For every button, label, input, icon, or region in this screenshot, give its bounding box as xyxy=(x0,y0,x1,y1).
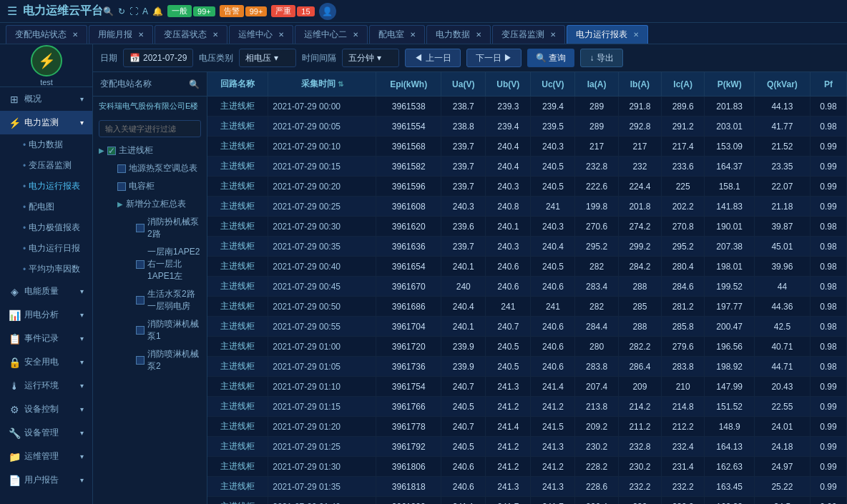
tree-checkbox[interactable] xyxy=(136,296,145,305)
cell-13-5: 240.6 xyxy=(531,357,575,377)
interval-select[interactable]: 五分钟 ▾ xyxy=(342,49,399,67)
voltage-select[interactable]: 相电压 ▾ xyxy=(239,49,296,67)
tab-电力运行报表[interactable]: 电力运行报表✕ xyxy=(567,25,648,44)
cell-11-10: 42.5 xyxy=(754,317,810,337)
col-header-Q(kVar): Q(kVar) xyxy=(754,72,810,97)
sort-icon: ⇅ xyxy=(338,80,343,88)
tab-配电室[interactable]: 配电室✕ xyxy=(369,25,425,44)
tab-close[interactable]: ✕ xyxy=(138,31,144,39)
tree-item-一层南1APE2右一层北1APE1左[interactable]: 一层南1APE2右一层北1APE1左 xyxy=(113,243,207,285)
prev-day-button[interactable]: ◀ 上一日 xyxy=(405,49,460,67)
sidebar-item-电力监测[interactable]: ⚡电力监测▾ xyxy=(0,111,92,134)
settings-icon[interactable]: 🔔 xyxy=(152,6,163,16)
cell-0-5: 239.4 xyxy=(531,97,575,117)
sidebar-item-运行环境[interactable]: 🌡运行环境▾ xyxy=(0,374,92,397)
sidebar-sub-item-配电图[interactable]: •配电图 xyxy=(14,197,92,217)
search-icon[interactable]: 🔍 xyxy=(103,6,114,16)
tree-checkbox[interactable] xyxy=(136,260,145,269)
tree-checkbox[interactable] xyxy=(117,164,126,173)
sidebar-item-设备控制[interactable]: ⚙设备控制▾ xyxy=(0,397,92,421)
sidebar-sub-item-变压器监测[interactable]: •变压器监测 xyxy=(14,155,92,176)
tree-item-电容柜[interactable]: 电容柜 xyxy=(103,177,207,195)
menu-icon[interactable]: ☰ xyxy=(7,4,17,18)
table-scroll[interactable]: 回路名称采集时间 ⇅Epi(kWh)Ua(V)Ub(V)Uc(V)Ia(A)Ib… xyxy=(207,72,847,504)
tree-item-消防喷淋机械泵1[interactable]: 消防喷淋机械泵1 xyxy=(113,315,207,345)
tab-close[interactable]: ✕ xyxy=(72,31,78,39)
tab-close[interactable]: ✕ xyxy=(353,31,358,39)
cell-20-4: 241.7 xyxy=(486,497,531,505)
tree-item-生活水泵2路一层弱电房[interactable]: 生活水泵2路一层弱电房 xyxy=(113,285,207,315)
cell-18-9: 162.63 xyxy=(705,457,755,477)
tab-用能月报[interactable]: 用能月报✕ xyxy=(89,25,153,44)
cell-6-2: 3961620 xyxy=(376,217,441,237)
fullscreen-icon[interactable]: ⛶ xyxy=(129,6,138,16)
tree-checkbox[interactable] xyxy=(136,326,145,335)
cell-15-11: 0.99 xyxy=(810,397,846,417)
tab-close[interactable]: ✕ xyxy=(410,31,416,39)
sidebar-item-运维管理[interactable]: 📁运维管理▾ xyxy=(0,445,92,468)
cell-17-6: 230.2 xyxy=(575,437,618,457)
tree-item-消防扮机械泵2路[interactable]: 消防扮机械泵2路 xyxy=(113,213,207,243)
tab-close[interactable]: ✕ xyxy=(212,31,218,39)
cell-7-11: 0.98 xyxy=(810,237,846,257)
cell-11-6: 284.4 xyxy=(575,317,618,337)
export-button[interactable]: ↓ 导出 xyxy=(580,49,622,67)
cell-7-2: 3961636 xyxy=(376,237,441,257)
sidebar-sub-item-平均功率因数[interactable]: •平均功率因数 xyxy=(14,259,92,280)
sidebar-item-事件记录[interactable]: 📋事件记录▾ xyxy=(0,327,92,350)
cell-0-8: 289.6 xyxy=(662,97,705,117)
tab-变压器监测[interactable]: 变压器监测✕ xyxy=(492,25,565,44)
tab-close[interactable]: ✕ xyxy=(476,31,481,39)
sidebar-sub-item-电力数据[interactable]: •电力数据 xyxy=(14,134,92,155)
cell-13-4: 240.5 xyxy=(486,357,531,377)
tab-运维中心二[interactable]: 运维中心二✕ xyxy=(295,25,368,44)
cell-15-10: 22.55 xyxy=(754,397,810,417)
col-header-回路名称: 回路名称 xyxy=(207,72,268,97)
next-day-button[interactable]: 下一日 ▶ xyxy=(466,49,522,67)
font-icon[interactable]: A xyxy=(142,6,148,16)
tree-checkbox[interactable] xyxy=(117,182,126,191)
tree-checkbox[interactable] xyxy=(136,356,145,365)
sidebar-sub-item-电力极值报表[interactable]: •电力极值报表 xyxy=(14,217,92,238)
sidebar-item-安全用电[interactable]: 🔒安全用电▾ xyxy=(0,350,92,374)
refresh-icon[interactable]: ↻ xyxy=(118,6,125,16)
tab-变压器状态[interactable]: 变压器状态✕ xyxy=(155,25,227,44)
tab-变配电站状态[interactable]: 变配电站状态✕ xyxy=(6,25,87,44)
tree-checkbox[interactable] xyxy=(136,224,145,232)
tab-close[interactable]: ✕ xyxy=(278,31,284,39)
tab-close[interactable]: ✕ xyxy=(550,31,556,39)
cell-4-11: 0.99 xyxy=(810,177,846,197)
cell-13-0: 主进线柜 xyxy=(207,357,268,377)
cell-4-1: 2021-07-29 00:20 xyxy=(268,177,376,197)
sidebar-sub-item-电力运行报表[interactable]: •电力运行报表 xyxy=(14,176,92,197)
sidebar-sub-item-电力运行日报[interactable]: •电力运行日报 xyxy=(14,238,92,259)
cell-7-6: 295.2 xyxy=(575,237,618,257)
cell-11-0: 主进线柜 xyxy=(207,317,268,337)
tab-label: 变压器监测 xyxy=(501,29,544,41)
sidebar-item-电能质量[interactable]: ◈电能质量▾ xyxy=(0,280,92,303)
search-trigger-icon[interactable]: 🔍 xyxy=(189,79,200,89)
date-picker[interactable]: 📅 2021-07-29 xyxy=(123,49,193,67)
sidebar-item-设备管理[interactable]: 🔧设备管理▾ xyxy=(0,421,92,445)
tab-电力数据[interactable]: 电力数据✕ xyxy=(426,25,491,44)
tree-search-input[interactable] xyxy=(99,120,201,137)
cell-11-3: 240.1 xyxy=(441,317,486,337)
tree-item-地源热泵空调总表[interactable]: 地源热泵空调总表 xyxy=(103,159,207,177)
query-button[interactable]: 🔍 查询 xyxy=(527,49,574,67)
sidebar-item-用户报告[interactable]: 📄用户报告▾ xyxy=(0,468,92,492)
user-avatar[interactable]: 👤 xyxy=(319,3,336,20)
left-panel: 变配电站名称 🔍 安科瑞电气股份有限公司E楼 ▶✓主进线柜地源热泵空调总表电容柜… xyxy=(93,72,207,504)
cell-10-4: 241 xyxy=(486,297,531,317)
tab-close[interactable]: ✕ xyxy=(633,31,639,39)
tab-运维中心[interactable]: 运维中心✕ xyxy=(229,25,293,44)
cell-19-8: 232.2 xyxy=(662,477,705,497)
sidebar-item-用电分析[interactable]: 📊用电分析▾ xyxy=(0,303,92,327)
tree-item-主进线柜[interactable]: ▶✓主进线柜 xyxy=(93,142,207,159)
tree-item-新增分立柜总表[interactable]: ▶新增分立柜总表 xyxy=(103,195,207,213)
tree-checkbox[interactable]: ✓ xyxy=(107,147,116,155)
cell-13-3: 239.9 xyxy=(441,357,486,377)
tree-item-消防喷淋机械泵2[interactable]: 消防喷淋机械泵2 xyxy=(113,345,207,375)
tab-label: 变配电站状态 xyxy=(15,29,67,41)
sidebar-item-概况[interactable]: ⊞概况▾ xyxy=(0,87,92,111)
col-header-采集时间[interactable]: 采集时间 ⇅ xyxy=(268,72,376,97)
